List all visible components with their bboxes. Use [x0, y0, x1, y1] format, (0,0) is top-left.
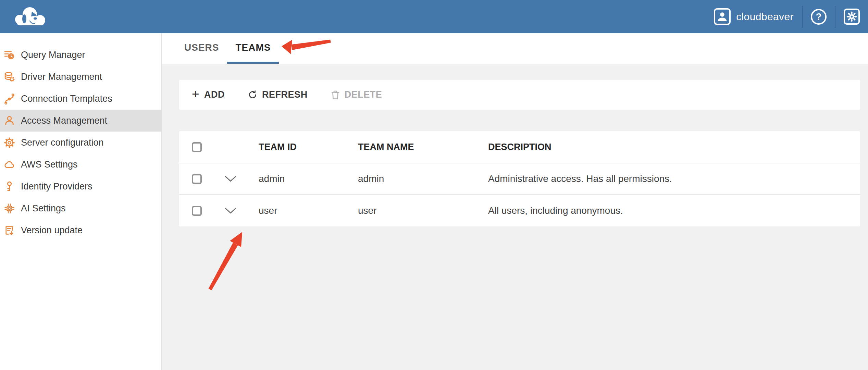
trash-icon [331, 90, 340, 100]
sidebar-item-label: Query Manager [21, 50, 85, 60]
header-divider [802, 6, 803, 28]
admin-sidebar: Query Manager Driver M [0, 33, 162, 370]
sidebar-item-ai-settings[interactable]: AI Settings [0, 197, 161, 219]
user-name: cloudbeaver [736, 11, 794, 23]
row-checkbox[interactable] [192, 174, 202, 184]
table-row-admin[interactable]: admin admin Administrative access. Has a… [179, 163, 860, 195]
sidebar-item-query-manager[interactable]: Query Manager [0, 44, 161, 66]
table-header-row: TEAM ID TEAM NAME DESCRIPTION [179, 131, 860, 163]
sidebar-item-label: Connection Templates [21, 94, 112, 104]
tab-teams-label: TEAMS [235, 42, 271, 53]
tab-teams[interactable]: TEAMS [227, 33, 279, 64]
column-header-description: DESCRIPTION [478, 142, 860, 152]
tab-users[interactable]: USERS [176, 33, 227, 64]
tab-users-label: USERS [184, 42, 219, 53]
teams-toolbar: + ADD REFRESH [179, 80, 860, 110]
user-avatar-icon [714, 8, 731, 25]
delete-button[interactable]: DELETE [331, 89, 382, 100]
sidebar-item-label: Access Management [21, 115, 107, 126]
sidebar-item-label: Server configuration [21, 137, 104, 148]
chevron-down-icon[interactable] [225, 208, 236, 214]
question-mark-icon: ? [816, 11, 821, 22]
sidebar-item-label: Version update [21, 225, 83, 236]
sidebar-item-connection-templates[interactable]: Connection Templates [0, 88, 161, 110]
cell-team-id: admin [248, 173, 348, 184]
header-actions: cloudbeaver ? [714, 0, 860, 33]
driver-management-icon [3, 71, 15, 83]
cloudbeaver-admin-page: cloudbeaver ? [0, 0, 868, 370]
teams-table: TEAM ID TEAM NAME DESCRIPTION admin admi… [179, 131, 860, 226]
main-panel: USERS TEAMS + ADD [162, 33, 868, 370]
header-divider [835, 6, 835, 28]
sidebar-item-identity-providers[interactable]: Identity Providers [0, 175, 161, 197]
delete-button-label: DELETE [345, 89, 382, 100]
server-configuration-icon [3, 137, 15, 148]
column-header-team-name: TEAM NAME [348, 142, 478, 152]
teams-content: + ADD REFRESH [162, 64, 868, 370]
column-header-team-id: TEAM ID [248, 142, 348, 152]
cell-team-name: admin [348, 173, 478, 184]
row-checkbox[interactable] [192, 206, 202, 216]
settings-button[interactable] [844, 9, 860, 25]
cell-team-name: user [348, 205, 478, 216]
refresh-icon [248, 90, 257, 99]
identity-key-icon [3, 181, 15, 192]
cloudbeaver-logo[interactable] [12, 5, 47, 28]
sidebar-item-version-update[interactable]: Version update [0, 219, 161, 241]
select-all-checkbox[interactable] [192, 142, 202, 152]
aws-cloud-icon [3, 159, 15, 170]
query-manager-icon [3, 49, 15, 61]
user-menu[interactable]: cloudbeaver [714, 8, 794, 25]
cell-team-id: user [248, 205, 348, 216]
access-management-icon [3, 115, 15, 126]
ai-chip-icon [3, 202, 15, 214]
sidebar-item-label: AI Settings [21, 203, 66, 214]
add-team-button[interactable]: + ADD [192, 88, 225, 101]
app-header: cloudbeaver ? [0, 0, 868, 33]
version-update-icon [3, 224, 15, 236]
cell-description: All users, including anonymous. [478, 205, 860, 216]
refresh-button-label: REFRESH [262, 89, 308, 100]
tab-bar: USERS TEAMS [162, 33, 868, 64]
chevron-down-icon[interactable] [225, 176, 236, 182]
sidebar-item-label: Identity Providers [21, 181, 92, 192]
sidebar-item-label: AWS Settings [21, 159, 78, 170]
sidebar-item-server-configuration[interactable]: Server configuration [0, 132, 161, 153]
table-row-user[interactable]: user user All users, including anonymous… [179, 195, 860, 226]
add-button-label: ADD [204, 89, 225, 100]
plus-icon: + [192, 88, 199, 100]
cell-description: Administrative access. Has all permissio… [478, 173, 860, 184]
connection-templates-icon [3, 93, 15, 104]
refresh-button[interactable]: REFRESH [248, 89, 308, 100]
gear-icon [846, 11, 857, 22]
cloudbeaver-logo-icon [12, 5, 47, 28]
sidebar-item-driver-management[interactable]: Driver Management [0, 66, 161, 88]
help-button[interactable]: ? [811, 9, 827, 25]
sidebar-item-access-management[interactable]: Access Management [0, 110, 161, 132]
sidebar-item-label: Driver Management [21, 72, 102, 82]
sidebar-item-aws-settings[interactable]: AWS Settings [0, 153, 161, 175]
